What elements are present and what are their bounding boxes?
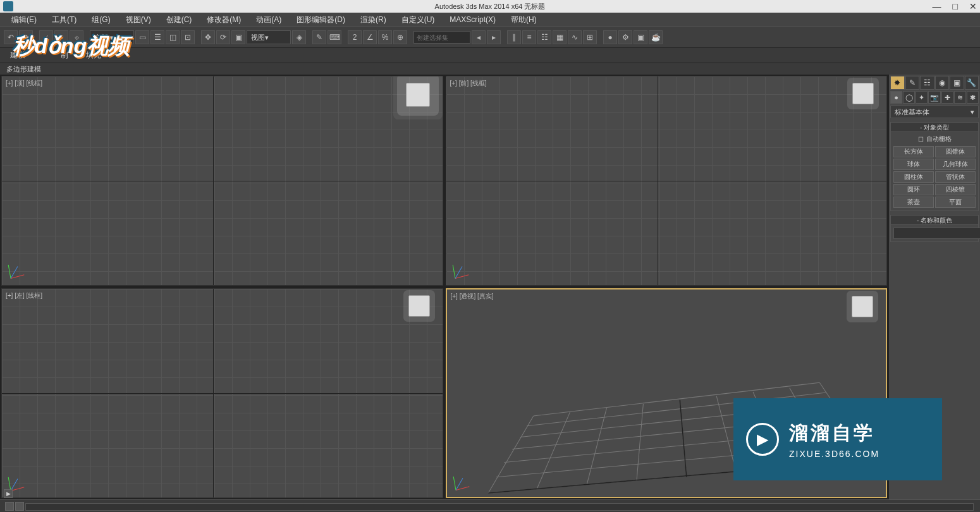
snaps-percent-button[interactable]: % [378, 30, 392, 44]
helpers-category[interactable]: ✚ [941, 91, 953, 104]
menu-rendering[interactable]: 渲染(R) [354, 13, 393, 27]
app-logo-icon [3, 1, 13, 11]
cylinder-button[interactable]: 圆柱体 [893, 171, 934, 183]
menu-customize[interactable]: 自定义(U) [395, 13, 441, 27]
viewport-left-label[interactable]: [+] [左] [线框] [6, 291, 42, 300]
svg-line-9 [586, 408, 606, 485]
tube-button[interactable]: 管状体 [935, 171, 976, 183]
grid-icon [2, 289, 443, 497]
cone-button[interactable]: 圆锥体 [935, 146, 976, 157]
viewport-top[interactable]: [+] [顶] [线框] [1, 76, 443, 286]
object-name-input[interactable] [893, 228, 980, 239]
render-button[interactable]: ☕ [649, 30, 663, 44]
material-editor-button[interactable]: ● [603, 30, 617, 44]
motion-tab[interactable]: ◉ [935, 76, 950, 90]
plane-button[interactable]: 平面 [935, 197, 976, 208]
ribbon-bar: 建模 制 填充 [0, 48, 980, 63]
refcoord-dropdown[interactable]: 视图 ▾ [247, 30, 291, 44]
menu-create[interactable]: 创建(C) [160, 13, 199, 27]
snaps-angle-button[interactable]: ∠ [363, 30, 377, 44]
hierarchy-tab[interactable]: ☷ [920, 76, 934, 90]
rollout-name-color[interactable]: - 名称和颜色 [890, 215, 979, 225]
menu-tools[interactable]: 工具(T) [46, 13, 83, 27]
geosphere-button[interactable]: 几何球体 [935, 159, 976, 170]
rotate-button[interactable]: ⟳ [216, 30, 230, 44]
viewcube-icon[interactable] [408, 295, 430, 317]
torus-button[interactable]: 圆环 [893, 184, 934, 195]
watermark-logo-1: 秒dǒng视频 [13, 32, 130, 61]
select-object-button[interactable]: ▭ [135, 30, 149, 44]
grid-icon [446, 76, 887, 285]
viewport-perspective-label[interactable]: [+] [透视] [真实] [451, 292, 494, 301]
spacewarps-category[interactable]: ≋ [954, 91, 966, 104]
status-bar: 0 / 100 [0, 499, 980, 512]
play-circle-icon: ▶ [746, 423, 779, 456]
timeline-config-icon[interactable] [5, 502, 14, 511]
spinner-snap-button[interactable]: ⊕ [393, 30, 407, 44]
teapot-button[interactable]: 茶壶 [893, 197, 934, 208]
create-tab[interactable]: ✸ [890, 76, 905, 90]
cameras-category[interactable]: 📷 [928, 91, 940, 104]
geometry-category[interactable]: ● [890, 91, 902, 104]
viewport-left[interactable]: [+] [左] [线框] [1, 288, 443, 498]
pivot-button[interactable]: ◈ [292, 30, 306, 44]
viewcube-icon[interactable] [852, 83, 874, 104]
selset-next-button[interactable]: ▸ [487, 30, 501, 44]
subcategory-dropdown[interactable]: 标准基本体▾ [890, 106, 979, 118]
mirror-button[interactable]: ∥ [507, 30, 521, 44]
menu-maxscript[interactable]: MAXScript(X) [443, 14, 502, 25]
keyboard-shortcut-button[interactable]: ⌨ [328, 30, 341, 44]
window-titlebar: Autodesk 3ds Max 2014 x64 无标题 — □ ✕ [0, 0, 980, 13]
svg-line-8 [537, 412, 570, 489]
pyramid-button[interactable]: 四棱锥 [935, 184, 976, 195]
select-by-name-button[interactable]: ☰ [150, 30, 164, 44]
ribbon-toggle-button[interactable]: ▦ [553, 30, 567, 44]
snaps-2d-button[interactable]: 2 [348, 30, 362, 44]
maximize-button[interactable]: □ [953, 1, 958, 11]
menu-graph-editors[interactable]: 图形编辑器(D) [290, 13, 352, 27]
render-setup-button[interactable]: ⚙ [618, 30, 632, 44]
lights-category[interactable]: ✦ [916, 91, 928, 104]
viewcube-icon[interactable] [852, 296, 873, 317]
named-selection-input[interactable] [413, 31, 470, 44]
menu-edit[interactable]: 编辑(E) [5, 13, 43, 27]
menu-help[interactable]: 帮助(H) [505, 13, 543, 27]
display-tab[interactable]: ▣ [950, 76, 964, 90]
sphere-button[interactable]: 球体 [893, 159, 934, 170]
utilities-tab[interactable]: 🔧 [965, 76, 979, 90]
viewport-front-label[interactable]: [+] [前] [线框] [450, 79, 487, 88]
menu-modifiers[interactable]: 修改器(M) [200, 13, 247, 27]
window-crossing-button[interactable]: ⊡ [181, 30, 195, 44]
align-button[interactable]: ≡ [522, 30, 536, 44]
menu-animation[interactable]: 动画(A) [250, 13, 288, 27]
menu-group[interactable]: 组(G) [85, 13, 116, 27]
systems-category[interactable]: ✱ [967, 91, 979, 104]
timeline-key-icon[interactable] [15, 502, 24, 511]
selset-prev-button[interactable]: ◂ [472, 30, 486, 44]
viewcube-icon[interactable] [406, 83, 430, 107]
timeline-play-button[interactable]: ▶ [4, 489, 13, 498]
schematic-view-button[interactable]: ⊞ [583, 30, 597, 44]
move-button[interactable]: ✥ [201, 30, 215, 44]
svg-line-10 [636, 404, 643, 481]
minimize-button[interactable]: — [933, 1, 941, 11]
manipulate-button[interactable]: ✎ [312, 30, 326, 44]
close-button[interactable]: ✕ [969, 1, 977, 11]
svg-line-7 [488, 416, 534, 493]
shapes-category[interactable]: ◯ [903, 91, 915, 104]
autogrid-checkbox[interactable]: ☐ 自动栅格 [893, 135, 976, 143]
menu-views[interactable]: 视图(V) [119, 13, 157, 27]
select-region-button[interactable]: ◫ [166, 30, 180, 44]
modify-tab[interactable]: ✎ [905, 76, 920, 90]
render-frame-button[interactable]: ▣ [634, 30, 647, 44]
rollout-object-type[interactable]: - 对象类型 [890, 122, 979, 132]
layers-button[interactable]: ☷ [537, 30, 551, 44]
viewport-top-label[interactable]: [+] [顶] [线框] [6, 79, 42, 88]
window-title: Autodesk 3ds Max 2014 x64 无标题 [435, 2, 546, 11]
scale-button[interactable]: ▣ [231, 30, 245, 44]
viewport-front[interactable]: [+] [前] [线框] [446, 76, 888, 286]
timeline-scrollbar[interactable] [25, 503, 974, 511]
watermark-logo-2: ▶ 溜溜自学 ZIXUE.3D66.COM [733, 398, 942, 480]
box-button[interactable]: 长方体 [893, 146, 934, 157]
curve-editor-button[interactable]: ∿ [568, 30, 582, 44]
